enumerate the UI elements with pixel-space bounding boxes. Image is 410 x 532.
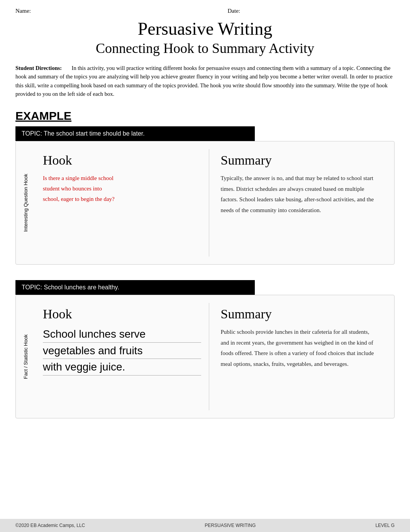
section2-summary-text: Public schools provide lunches in their … (221, 327, 379, 370)
example-topic-bar: TOPIC: The school start time should be l… (15, 126, 255, 141)
footer: ©2020 EB Academic Camps, LLC PERSUASIVE … (0, 519, 410, 532)
hook-line-2: student who bounces into (43, 184, 201, 194)
example-summary-title: Summary (221, 153, 379, 168)
example-hook-column: Hook Is there a single middle school stu… (35, 149, 209, 257)
footer-copyright: ©2020 EB Academic Camps, LLC (15, 523, 85, 528)
footer-right: LEVEL G (375, 523, 395, 528)
section2: TOPIC: School lunches are healthy. Fact … (15, 280, 395, 418)
example-columns: Hook Is there a single middle school stu… (35, 149, 386, 257)
example-summary-column: Summary Typically, the answer is no, and… (213, 149, 387, 257)
title-line2: Connecting Hook to Summary Activity (15, 39, 395, 58)
section2-hook-text: School lunches serve vegetables and frui… (43, 327, 201, 376)
section2-hook-line-3: with veggie juice. (43, 360, 201, 376)
footer-center: PERSUASIVE WRITING (205, 523, 256, 528)
title-line1: Persuasive Writing (15, 18, 395, 39)
example-hook-text: Is there a single middle school student … (43, 173, 201, 204)
section2-hook-line-1: School lunches serve (43, 327, 201, 343)
section2-columns: Hook School lunches serve vegetables and… (35, 303, 386, 410)
directions-label: Student Directions: (15, 65, 62, 71)
section2-summary-column: Summary Public schools provide lunches i… (213, 303, 387, 410)
example-header: EXAMPLE (15, 109, 395, 122)
section2-hook-column: Hook School lunches serve vegetables and… (35, 303, 209, 410)
student-directions: Student Directions: In this activity, yo… (15, 64, 395, 99)
hook-line-3: school, eager to begin the day? (43, 194, 201, 204)
example-section: TOPIC: The school start time should be l… (15, 126, 395, 265)
example-summary-text: Typically, the answer is no, and that ma… (221, 173, 379, 216)
section2-side-label: Fact / Statistic Hook (16, 303, 35, 410)
name-label: Name: (15, 8, 31, 14)
example-side-label: Interesting Question Hook (16, 149, 35, 257)
section2-hook-title: Hook (43, 307, 201, 321)
page-title: Persuasive Writing Connecting Hook to Su… (15, 18, 395, 58)
date-label: Date: (228, 8, 240, 14)
section2-summary-title: Summary (221, 307, 379, 321)
example-hook-title: Hook (43, 153, 201, 168)
hook-line-1: Is there a single middle school (43, 173, 201, 184)
example-activity-box: Interesting Question Hook Hook Is there … (15, 141, 395, 265)
section2-hook-line-2: vegetables and fruits (43, 343, 201, 359)
section2-activity-box: Fact / Statistic Hook Hook School lunche… (15, 295, 395, 418)
directions-text: In this activity, you will practice writ… (15, 65, 393, 97)
section2-topic-bar: TOPIC: School lunches are healthy. (15, 280, 255, 295)
